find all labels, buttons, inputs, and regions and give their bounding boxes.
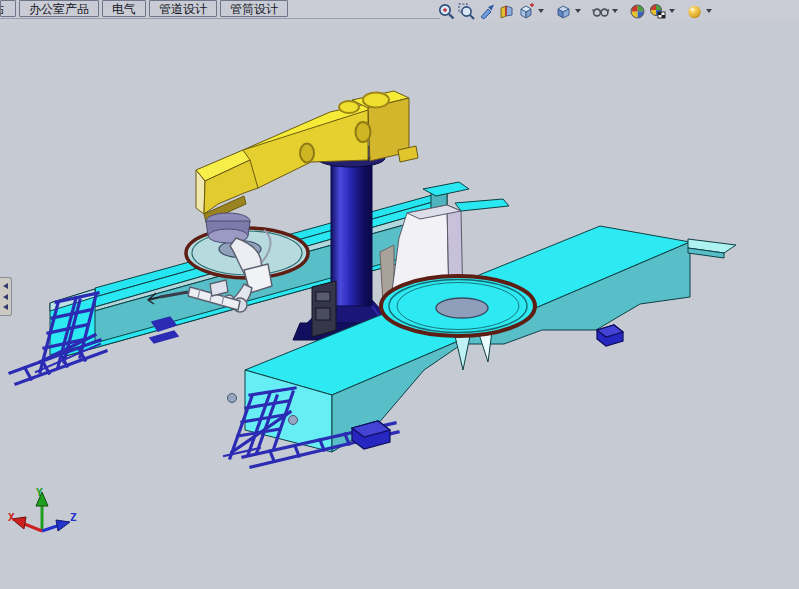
display-style-dropdown[interactable]	[575, 9, 581, 13]
collapse-arrow-icon[interactable]	[3, 304, 8, 310]
tab-evaluate-partial[interactable]: 估	[0, 0, 16, 17]
collapse-arrow-icon[interactable]	[3, 294, 8, 300]
triad-y-label: Y	[36, 486, 43, 499]
tab-office-products[interactable]: 办公室产品	[19, 0, 99, 17]
apply-scene-icon[interactable]	[647, 1, 667, 21]
zoom-to-area-icon[interactable]	[456, 1, 476, 21]
collapsed-side-panel[interactable]	[0, 277, 12, 316]
pivot-disc	[289, 416, 298, 425]
display-style-icon[interactable]	[553, 1, 573, 21]
triad-z-label: Z	[70, 511, 77, 524]
top-toolbar: 估 办公室产品 电气 管道设计 管筒设计	[0, 0, 799, 22]
turntable-ring-front[interactable]	[381, 276, 535, 336]
edit-appearance-icon[interactable]	[627, 1, 647, 21]
triad-x-label: X	[8, 511, 15, 524]
tab-piping-design[interactable]: 管道设计	[149, 0, 217, 17]
view-settings-icon[interactable]	[684, 1, 704, 21]
view-orientation-dropdown[interactable]	[538, 9, 544, 13]
pivot-disc	[228, 394, 237, 403]
cad-application-window: X Y Z 估 办公室产品 电气 管道设计 管筒设计	[0, 0, 799, 589]
hide-show-items-icon[interactable]	[590, 1, 610, 21]
tab-electrical[interactable]: 电气	[102, 0, 146, 17]
apply-scene-dropdown[interactable]	[669, 9, 675, 13]
previous-view-icon[interactable]	[476, 1, 496, 21]
collapse-arrow-icon[interactable]	[3, 283, 8, 289]
view-settings-dropdown[interactable]	[706, 9, 712, 13]
view-triad: X Y Z	[8, 486, 77, 531]
hide-show-items-dropdown[interactable]	[612, 9, 618, 13]
section-view-icon[interactable]	[496, 1, 516, 21]
view-orientation-icon[interactable]	[516, 1, 536, 21]
zoom-to-fit-icon[interactable]	[436, 1, 456, 21]
heads-up-view-toolbar	[436, 1, 714, 21]
3d-viewport[interactable]: X Y Z	[0, 0, 799, 589]
tab-tubing-design[interactable]: 管筒设计	[220, 0, 288, 17]
wire-feeder-box[interactable]	[312, 281, 336, 337]
command-manager-tabs: 估 办公室产品 电气 管道设计 管筒设计	[0, 0, 440, 19]
